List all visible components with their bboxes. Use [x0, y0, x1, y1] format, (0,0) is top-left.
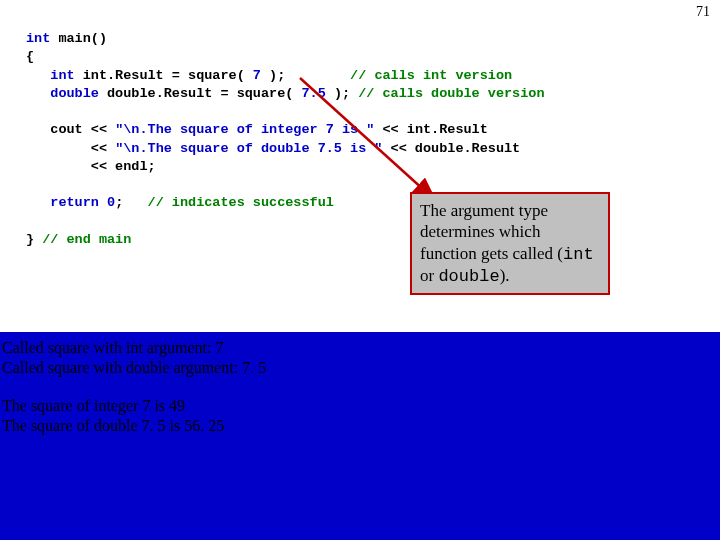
code-block: int main() { int int.Result = square( 7 …	[0, 0, 720, 332]
code-text: ;	[115, 195, 147, 210]
code-text: << int.Result	[374, 122, 487, 137]
literal: 0	[107, 195, 115, 210]
string-literal: "\n.The square of double 7.5 is "	[115, 141, 382, 156]
code-line: double double.Result = square( 7.5 ); //…	[26, 86, 545, 101]
keyword: double	[26, 86, 99, 101]
keyword: return	[26, 195, 99, 210]
callout-text: ).	[500, 266, 510, 285]
literal: 7.5	[301, 86, 325, 101]
code-line: << "\n.The square of double 7.5 is " << …	[26, 141, 520, 156]
code-line: cout << "\n.The square of integer 7 is "…	[26, 122, 488, 137]
keyword: int	[26, 68, 75, 83]
code-text: int.Result = square(	[75, 68, 253, 83]
code-text: );	[261, 68, 350, 83]
callout-mono: double	[438, 267, 499, 286]
program-output: Called square with int argument: 7 Calle…	[0, 332, 720, 540]
code-text: cout <<	[26, 122, 115, 137]
comment: // calls double version	[358, 86, 544, 101]
output-line: Called square with int argument: 7	[2, 338, 712, 358]
comment: // indicates successful	[148, 195, 342, 210]
code-text: <<	[26, 141, 115, 156]
code-line: {	[26, 49, 34, 64]
keyword: int	[26, 31, 50, 46]
string-literal: "\n.The square of integer 7 is "	[115, 122, 374, 137]
output-line: The square of integer 7 is 49	[2, 396, 712, 416]
callout-mono: int	[563, 245, 594, 264]
comment: // calls int version	[350, 68, 512, 83]
code-line: int main()	[26, 31, 107, 46]
literal: 7	[253, 68, 261, 83]
code-text	[99, 195, 107, 210]
output-line: The square of double 7. 5 is 56. 25	[2, 416, 712, 436]
callout-text: or	[420, 266, 438, 285]
callout-box: The argument type determines which funct…	[410, 192, 610, 295]
comment: // end main	[42, 232, 131, 247]
code-line: int int.Result = square( 7 ); // calls i…	[26, 68, 512, 83]
code-text: << double.Result	[382, 141, 520, 156]
code-line: return 0; // indicates successful	[26, 195, 342, 210]
output-gap	[2, 378, 712, 396]
code-line: << endl;	[26, 159, 172, 174]
output-line: Called square with double argument: 7. 5	[2, 358, 712, 378]
callout-text: The argument type determines which funct…	[420, 201, 563, 263]
code-text: main()	[50, 31, 107, 46]
code-text: }	[26, 232, 42, 247]
code-line: } // end main	[26, 232, 131, 247]
code-text: );	[326, 86, 358, 101]
code-text: double.Result = square(	[99, 86, 302, 101]
